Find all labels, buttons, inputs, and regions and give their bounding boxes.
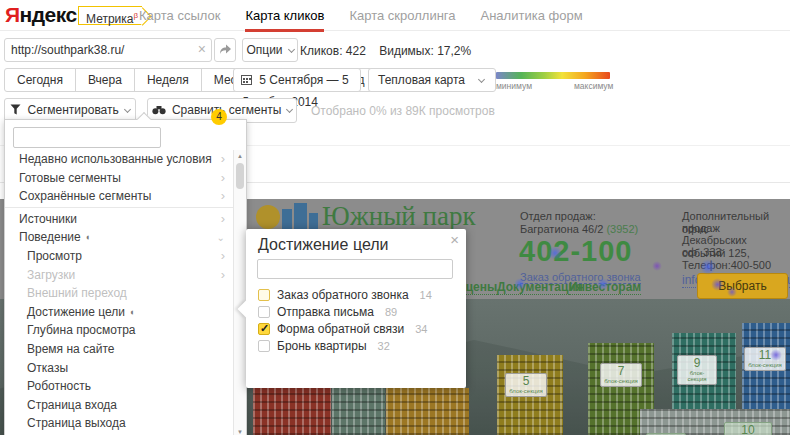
heatmap-blob <box>514 278 526 290</box>
half-circle-icon: ◐ <box>86 232 91 242</box>
goal-search-input[interactable] <box>257 259 453 279</box>
chevron-right-icon: › <box>221 247 225 266</box>
menu-item-time-on-site[interactable]: Время на сайте <box>5 340 234 359</box>
menu-item-external-link[interactable]: Внешний переход <box>5 284 234 303</box>
tab-click-map[interactable]: Карта кликов <box>245 0 324 31</box>
building-label-7: 7блок-секция <box>600 363 642 387</box>
metrica-badge[interactable]: Метрикаβ <box>78 6 142 25</box>
checkbox-unchecked[interactable] <box>258 340 270 352</box>
site-logo-building <box>282 209 292 231</box>
site-logo-sun <box>256 205 280 229</box>
site-logo-building <box>294 203 307 231</box>
building-orange <box>386 388 469 435</box>
office2-address: оф. 333 <box>682 246 722 259</box>
heatmap-blob <box>548 246 562 260</box>
chevron-down-icon: ⌄ <box>217 229 225 248</box>
menu-item-behavior[interactable]: Поведение◐⌄ <box>5 228 234 247</box>
map-tabs: Карта ссылок Карта кликов Карта скроллин… <box>139 0 583 31</box>
chevron-right-icon: › <box>221 150 225 169</box>
building-label-9: 9блок-секция <box>677 355 717 385</box>
goal-option-send-letter[interactable]: Отправка письма89 <box>258 305 397 319</box>
checkbox-unchecked[interactable] <box>258 306 270 318</box>
tab-form-analytics[interactable]: Аналитика форм <box>481 0 583 31</box>
office2-line: продаж <box>682 222 720 235</box>
heatmap-blob <box>727 287 737 297</box>
menu-item-robots[interactable]: Роботность <box>5 377 234 396</box>
sales-dept-label: Отдел продаж: <box>520 210 596 223</box>
menu-item-view[interactable]: Просмотр› <box>5 247 234 266</box>
menu-item-goal-reached[interactable]: Достижение цели◐ <box>5 303 234 322</box>
chevron-right-icon: › <box>221 210 225 229</box>
checkbox-checked[interactable] <box>258 323 270 335</box>
compare-count-badge: 4 <box>211 109 227 125</box>
dropdown-scrollbar[interactable]: ▲ ▼ <box>233 150 246 435</box>
sales-address: Багратиона 46/2 (3952) <box>520 223 638 236</box>
menu-item-view-depth[interactable]: Глубина просмотра <box>5 321 234 340</box>
heatmap-blob <box>711 278 724 291</box>
menu-item-recent-conditions[interactable]: Недавно использованные условия› <box>5 150 234 169</box>
chevron-right-icon: › <box>221 169 225 188</box>
segment-menu-list: Недавно использованные условия› Готовые … <box>5 150 234 433</box>
chevron-right-icon: › <box>221 187 225 206</box>
menu-item-entry-page[interactable]: Страница входа <box>5 396 234 415</box>
menu-item-bounces[interactable]: Отказы <box>5 359 234 378</box>
building-red <box>253 388 331 435</box>
goal-option-callback[interactable]: Заказ обратного звонка14 <box>258 288 432 302</box>
goal-option-feedback-form[interactable]: Форма обратной связи34 <box>258 322 427 336</box>
scroll-thumb[interactable] <box>236 163 244 189</box>
checkbox-unchecked[interactable] <box>258 289 270 301</box>
yandex-logo: Яндекс <box>5 3 77 27</box>
goal-option-book-apartment[interactable]: Бронь квартиры32 <box>258 339 390 353</box>
menu-item-ready-segments[interactable]: Готовые сегменты› <box>5 169 234 188</box>
segment-search-input[interactable] <box>13 127 161 148</box>
close-icon[interactable]: × <box>450 231 459 248</box>
beta-label: β <box>133 11 138 20</box>
tab-link-map[interactable]: Карта ссылок <box>139 0 220 31</box>
heatmap-blob <box>652 261 662 271</box>
chevron-right-icon: › <box>221 266 225 285</box>
sales-phone: 402-100 <box>519 235 632 268</box>
goal-count: 89 <box>385 306 397 318</box>
tab-scroll-map[interactable]: Карта скроллинга <box>349 0 455 31</box>
area-code: (3952) <box>606 223 638 235</box>
menu-item-saved-segments[interactable]: Сохранённые сегменты› <box>5 187 234 206</box>
segment-dropdown: Недавно использованные условия› Готовые … <box>4 119 247 435</box>
goal-popup-title: Достижение цели <box>258 236 389 254</box>
building-label-5: 5блок-секция <box>505 373 547 397</box>
scroll-up-icon[interactable]: ▲ <box>234 153 246 159</box>
app-header: Яндекс Метрикаβ Карта ссылок Карта клико… <box>0 0 790 31</box>
site-title: Южный парк <box>322 201 476 232</box>
goal-count: 32 <box>378 340 390 352</box>
menu-item-sources[interactable]: Источники› <box>5 210 234 229</box>
yandex-metrica-click-map-screen: Южный парк Отдел продаж: Багратиона 46/2… <box>0 0 790 435</box>
building-glass <box>332 388 385 435</box>
half-circle-icon: ◐ <box>130 307 135 317</box>
office2-phone: Телефон:400-500 <box>682 259 771 272</box>
menu-item-exit-page[interactable]: Страница выхода <box>5 414 234 433</box>
building-label-10: 10подземная автостоянка <box>724 422 772 435</box>
menu-item-downloads[interactable]: Загрузки› <box>5 266 234 285</box>
heatmap-blob <box>597 278 609 290</box>
goal-count: 34 <box>415 323 427 335</box>
scroll-down-icon[interactable]: ▼ <box>234 429 246 435</box>
menu-divider <box>5 207 234 208</box>
goal-popup: Достижение цели × Заказ обратного звонка… <box>246 229 466 388</box>
goal-count: 14 <box>420 289 432 301</box>
heatmap-blob <box>770 349 782 361</box>
heatmap-blob <box>700 259 716 275</box>
